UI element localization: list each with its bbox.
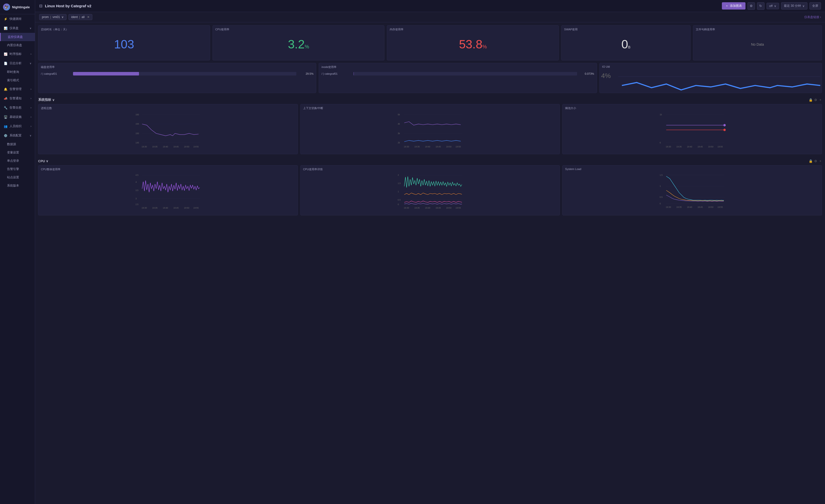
sidebar-item-label: 基础设施	[9, 115, 21, 119]
sidebar-item-datasource[interactable]: 数据源	[0, 140, 35, 149]
cpu-add-button[interactable]: ＋	[819, 159, 822, 163]
time-range-button[interactable]: 最近 30 分钟 ∨	[781, 2, 808, 9]
svg-text:19:55: 19:55	[194, 146, 199, 148]
sidebar-item-log-analysis[interactable]: 📄 日志分析 ∨	[0, 59, 35, 68]
svg-text:19:40: 19:40	[425, 146, 430, 148]
svg-text:0: 0	[398, 203, 399, 205]
cpu-usage-title: CPU使用率	[213, 25, 384, 32]
sidebar-item-instant-query[interactable]: 即时查询	[0, 68, 35, 76]
cpu-section-actions: 🔒 ⚙ ＋	[809, 159, 822, 163]
cpu-section-header: CPU ∨ 🔒 ⚙ ＋	[38, 157, 822, 164]
chevron-icon: ∨	[29, 62, 31, 65]
inode-bar-bg	[354, 72, 577, 76]
svg-text:19:50: 19:50	[184, 146, 189, 148]
quick-jump-icon: ⚡	[3, 17, 7, 21]
sidebar-sub-label: 变量设置	[7, 151, 19, 154]
io-util-chart: 4% 2% 19:30 19:35 19:40 19:45 19:50 19	[600, 69, 822, 93]
filter-close-icon[interactable]: ✕	[87, 15, 90, 19]
timeseries-icon: 📈	[3, 52, 7, 56]
sidebar-item-site-settings[interactable]: 站点设置	[0, 173, 35, 181]
chevron-down-icon[interactable]: ∨	[62, 15, 64, 19]
svg-text:19:50: 19:50	[708, 206, 714, 208]
lock-icon-button[interactable]: 🔒	[809, 97, 813, 102]
svg-text:19:55: 19:55	[194, 206, 199, 209]
sidebar-item-alert-notify[interactable]: 📣 告警通知 ›	[0, 94, 35, 103]
org-icon: 👥	[3, 124, 7, 129]
sidebar-item-system-config[interactable]: ⚙️ 系统配置 ∨	[0, 131, 35, 140]
svg-text:19:45: 19:45	[697, 146, 703, 148]
dashboard-icon: 📊	[3, 26, 7, 30]
log-icon: 📄	[3, 62, 7, 66]
sidebar-item-quick-jump[interactable]: ⚡ 快捷跳转	[0, 14, 35, 23]
config-icon: ⚙️	[3, 134, 7, 138]
chevron-icon: ∨	[29, 134, 31, 137]
sidebar: 🦅 Nightingale ⚡ 快捷跳转 📊 仪表盘 ∨ 监控仪表盘 内置仪表盘…	[0, 0, 35, 504]
cpu-settings-button[interactable]: ⚙	[814, 159, 817, 163]
settings-button[interactable]: ⚙	[747, 2, 755, 10]
svg-text:3: 3	[136, 197, 137, 200]
svg-text:5k: 5k	[398, 113, 400, 116]
sidebar-sub-label: 数据源	[7, 143, 16, 146]
disk-bar-fill	[73, 72, 139, 76]
fullscreen-button[interactable]: 全屏	[810, 2, 821, 9]
sidebar-item-index-mode[interactable]: 索引模式	[0, 76, 35, 84]
chevron-down-icon: ∨	[803, 4, 805, 8]
svg-text:19:40: 19:40	[163, 146, 168, 148]
add-chart-button[interactable]: ＋ 添加图表	[722, 2, 745, 9]
sidebar-item-dashboard[interactable]: 📊 仪表盘 ∨	[0, 23, 35, 33]
chevron-icon: ›	[30, 97, 31, 100]
file-handles-title: 文件句柄使用率	[693, 25, 822, 32]
cpu-lock-button[interactable]: 🔒	[809, 159, 813, 163]
sidebar-item-sso[interactable]: 单点登录	[0, 157, 35, 165]
sidebar-item-timeseries[interactable]: 📈 时序指标 ›	[0, 50, 35, 59]
svg-text:2.5: 2.5	[136, 203, 139, 205]
system-indicators-title[interactable]: 系统指标 ∨	[38, 97, 55, 102]
svg-text:19:30: 19:30	[666, 146, 671, 148]
svg-text:1k: 1k	[660, 113, 662, 116]
cpu-section-title[interactable]: CPU ∨	[38, 159, 49, 163]
dashboard-nav-icon: ⊟	[39, 3, 43, 8]
chevron-down-icon: ∨	[46, 159, 49, 163]
sidebar-sub-label: 监控仪表盘	[8, 35, 23, 38]
svg-text:19:55: 19:55	[718, 146, 723, 148]
svg-text:4.5: 4.5	[136, 174, 139, 176]
settings-icon-button[interactable]: ⚙	[814, 97, 817, 102]
row2: 磁盘使用率 / | categraf01 29.5% inode使用率 / | …	[38, 63, 822, 93]
dashboard-link[interactable]: 仪表盘链接 ›	[804, 15, 821, 19]
sidebar-item-alert-mgmt[interactable]: 🔔 告警管理 ›	[0, 84, 35, 94]
sidebar-item-builtin-dashboard[interactable]: 内置仪表盘	[0, 41, 35, 50]
sidebar-item-alert-self[interactable]: 🔧 告警自愈 ›	[0, 103, 35, 112]
add-section-button[interactable]: ＋	[819, 97, 822, 102]
sidebar-item-label: 告警通知	[9, 96, 21, 100]
sidebar-sub-label: 索引模式	[7, 79, 19, 82]
cpu-overall-title: CPU整体使用率	[39, 166, 298, 172]
sidebar-item-alert-trigger[interactable]: 告警引擎	[0, 165, 35, 173]
sidebar-item-variable-settings[interactable]: 变量设置	[0, 149, 35, 157]
add-icon: ＋	[725, 4, 728, 8]
svg-text:4k: 4k	[398, 122, 400, 125]
svg-text:19:30: 19:30	[404, 206, 409, 209]
svg-text:19:35: 19:35	[414, 146, 420, 148]
sidebar-item-label: 告警管理	[9, 87, 21, 91]
file-handles-nodata: No Data	[693, 32, 822, 57]
svg-text:19:50: 19:50	[184, 206, 189, 209]
svg-text:19:30: 19:30	[142, 146, 147, 148]
sidebar-item-infra[interactable]: 🖥️ 基础设施 ›	[0, 112, 35, 121]
refresh-button[interactable]: ↻	[757, 2, 764, 10]
sidebar-item-system-version[interactable]: 系统版本	[0, 181, 35, 190]
sidebar-sub-label: 系统版本	[7, 184, 19, 187]
system-indicators-section-header: 系统指标 ∨ 🔒 ⚙ ＋	[38, 95, 822, 103]
svg-text:19:30: 19:30	[142, 206, 147, 209]
sidebar-item-monitor-dashboard[interactable]: 监控仪表盘	[0, 33, 35, 41]
svg-text:4%: 4%	[601, 72, 611, 80]
cache-size-title: 熵池大小	[562, 104, 822, 111]
mem-usage-panel: 内存使用率 53.8%	[387, 25, 559, 61]
chevron-down-icon: ∨	[52, 98, 55, 102]
logo-icon: 🦅	[3, 3, 10, 10]
svg-text:19:30: 19:30	[404, 146, 409, 148]
off-dropdown[interactable]: off ∨	[766, 3, 779, 9]
svg-text:19:50: 19:50	[446, 206, 451, 209]
svg-text:19:55: 19:55	[455, 146, 461, 148]
sidebar-item-org[interactable]: 👥 人员组织 ›	[0, 121, 35, 131]
svg-text:0.5: 0.5	[660, 196, 663, 198]
